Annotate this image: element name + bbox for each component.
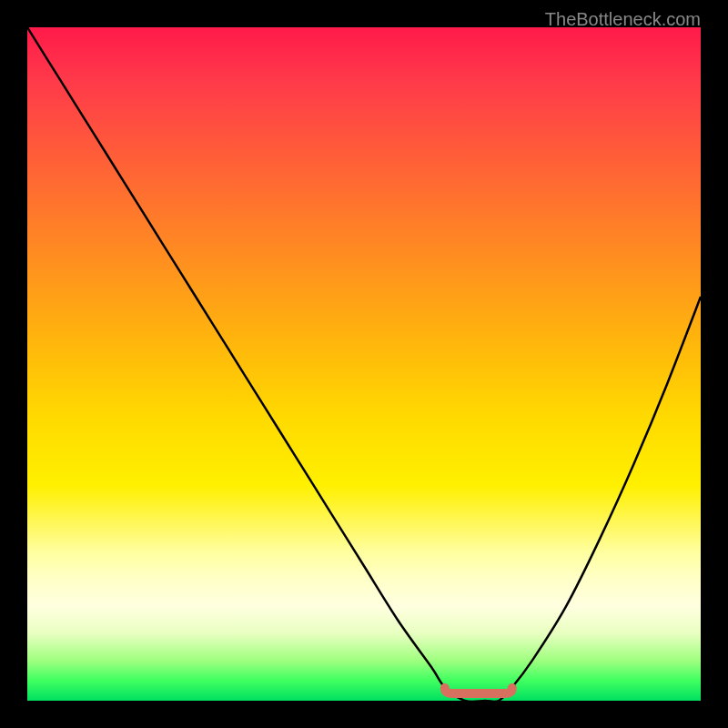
plot-area [27,27,701,701]
watermark-text: TheBottleneck.com [545,9,701,30]
optimal-zone-marker [27,27,701,701]
chart-container: TheBottleneck.com [0,0,728,728]
